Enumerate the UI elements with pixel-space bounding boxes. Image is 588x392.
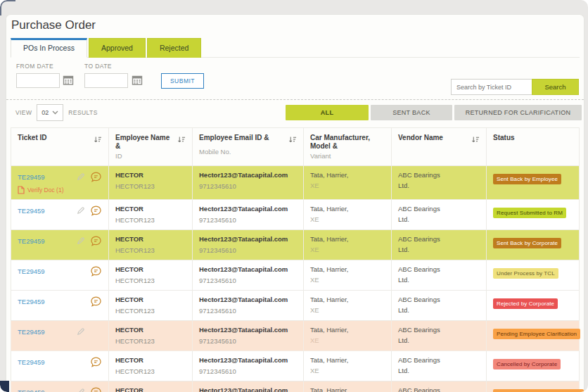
table-row: TE29459 HECTOR HECTOR123 Hector123@ [11,351,580,381]
vendor-name-line1: ABC Bearings [398,171,480,179]
employee-id: HECTOR123 [115,337,186,346]
search-input[interactable] [451,79,532,95]
car-model: Tata, Harrier, [310,205,385,213]
ticket-link[interactable]: TE29459 [18,298,45,305]
edit-pencil-icon[interactable] [76,206,85,215]
car-model: Tata, Harrier, [310,356,385,365]
segment-all[interactable]: ALL [286,105,369,120]
chat-bubble-icon[interactable] [90,171,102,183]
vendor-name-line1: ABC Bearings [398,265,480,274]
sort-icon[interactable] [468,134,480,146]
vendor-name-line1: ABC Bearings [398,205,480,213]
table-body: TE29459 Verify Doc (1) HECTOR HECTOR123 [11,166,580,392]
employee-mobile: 9712345610 [199,182,297,191]
table-row: TE29459 HECTOR HECTOR123 Hector123@ [11,291,580,321]
document-icon [18,186,25,194]
employee-name: HECTOR [115,205,186,213]
edit-pencil-icon[interactable] [76,236,85,246]
segment-returned-for-clarification[interactable]: RETURNED FOR CLARIFICATION [454,105,582,120]
column-title: Employee Email ID & [199,134,269,142]
sort-icon[interactable] [174,134,186,146]
employee-email: Hector123@Tatacapital.com [199,235,297,244]
ticket-search: Search [451,79,579,95]
employee-name: HECTOR [115,356,186,365]
dashed-separator [6,99,584,100]
employee-id: HECTOR123 [115,367,186,376]
chat-bubble-icon[interactable] [90,296,102,308]
employee-id: HECTOR123 [115,216,186,225]
edit-pencil-icon[interactable] [76,388,85,392]
chat-bubble-icon[interactable] [90,205,102,217]
employee-mobile: 9712345610 [199,307,297,315]
employee-name: HECTOR [115,171,186,179]
employee-id: HECTOR123 [115,277,186,285]
status-filter-segments: ALLSENT BACKRETURNED FOR CLARIFICATION [286,105,582,120]
vendor-name-line2: Ltd. [398,306,480,315]
status-badge: Under Process by TCL [493,268,558,279]
column-header-employee-name-: Employee Name &ID [109,128,193,166]
car-variant: XE [310,336,385,345]
to-date-input[interactable] [84,73,128,88]
chat-bubble-icon[interactable] [90,356,102,368]
employee-name: HECTOR [115,265,186,274]
ticket-link[interactable]: TE29459 [18,328,45,336]
car-variant: XE [310,182,385,190]
from-date-label: FROM DATE [16,63,53,70]
column-header-status: Status [487,128,580,166]
ticket-link[interactable]: TE29459 [18,267,45,275]
ticket-link[interactable]: TE29459 [18,173,45,181]
employee-id: HECTOR123 [115,307,186,315]
segment-sent-back[interactable]: SENT BACK [371,105,452,120]
verify-doc-label: Verify Doc (1) [27,186,64,194]
calendar-icon[interactable] [132,75,143,87]
window-corner-decoration [0,381,9,392]
ticket-link[interactable]: TE29459 [18,358,45,366]
car-variant: XE [310,306,385,315]
car-variant: XE [310,276,385,284]
table-row: TE29459 HECTOR HECTOR123 Hector123@ [11,381,580,392]
tab-rejected[interactable]: Rejected [147,38,201,58]
vendor-name-line2: Ltd. [398,367,480,375]
vendor-name-line1: ABC Bearings [398,235,480,244]
employee-email: Hector123@Tatacapital.com [199,205,297,213]
status-badge: Pending Employee Clarification [493,329,580,339]
vendor-name-line2: Ltd. [398,182,480,190]
employee-email: Hector123@Tatacapital.com [199,356,297,365]
search-button[interactable]: Search [532,79,579,95]
car-variant: XE [310,215,385,224]
chevron-down-icon [52,110,58,115]
edit-pencil-icon[interactable] [76,327,85,336]
sort-icon[interactable] [91,134,102,146]
ticket-link[interactable]: TE29459 [18,388,45,392]
tab-approved[interactable]: Approved [89,38,146,58]
edit-pencil-icon[interactable] [76,172,85,182]
verify-doc-link[interactable]: Verify Doc (1) [18,186,102,194]
table-header-row: Ticket IDEmployee Name &IDEmployee Email… [11,128,580,166]
chat-bubble-icon[interactable] [90,386,102,392]
employee-id: HECTOR123 [115,182,186,191]
employee-email: Hector123@Tatacapital.com [199,171,297,179]
chat-bubble-icon[interactable] [90,265,102,277]
sort-icon[interactable] [286,134,297,146]
employee-name: HECTOR [115,386,186,392]
calendar-icon[interactable] [63,75,75,87]
results-per-page-select[interactable]: 02 [37,104,63,121]
vendor-name-line1: ABC Bearings [398,386,480,392]
employee-email: Hector123@Tatacapital.com [199,296,297,304]
submit-button[interactable]: SUBMIT [161,73,204,89]
to-date-label: TO DATE [84,63,112,70]
from-date-input[interactable] [16,73,60,88]
status-badge: Request Submitted to RM [493,208,566,218]
chat-bubble-icon[interactable] [90,235,102,247]
column-header-ticket-id: Ticket ID [11,128,109,166]
ticket-link[interactable]: TE29459 [18,237,45,245]
column-title: Status [493,134,515,142]
vendor-name-line1: ABC Bearings [398,356,480,365]
tab-pos-in-process[interactable]: POs In Process [11,38,87,58]
employee-mobile: 9712345610 [199,367,297,376]
employee-mobile: 9712345610 [199,246,297,255]
column-subtitle: ID [115,152,186,160]
status-badge: Sent Back by Employee [493,174,561,184]
ticket-link[interactable]: TE29459 [18,207,45,215]
car-model: Tata, Harrier, [310,235,385,244]
